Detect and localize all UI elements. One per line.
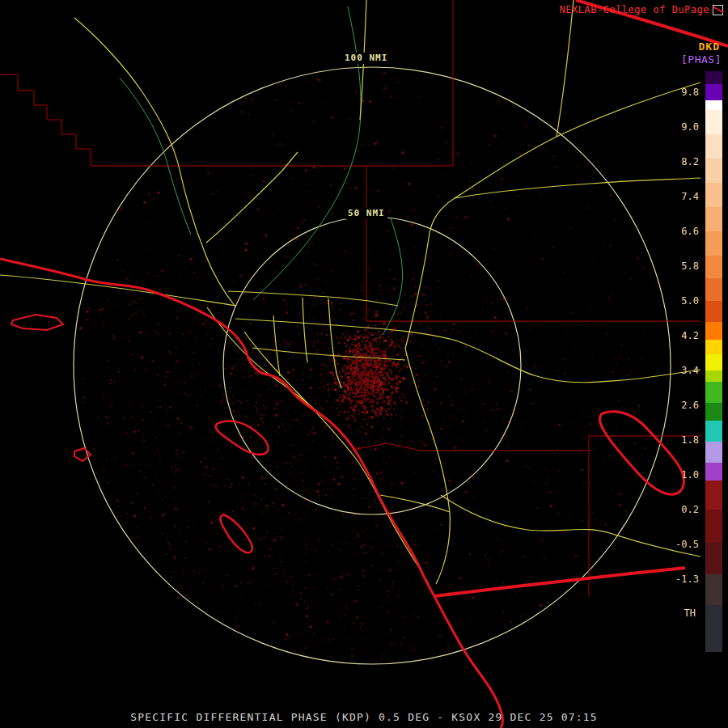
product-phase-label: [PHAS] <box>681 53 722 66</box>
colorbar-segment <box>705 542 722 574</box>
colorbar-segment <box>705 207 722 231</box>
colorbar-tick-label: 5.0 <box>681 295 699 307</box>
colorbar-segment <box>705 403 722 421</box>
road-line <box>441 495 700 557</box>
colorbar-segment <box>705 100 722 110</box>
colorbar-tick-label: -1.3 <box>675 574 699 585</box>
colorbar-tick-label: 6.6 <box>681 226 699 237</box>
mexico-border-line <box>434 568 685 596</box>
radar-echo-layer <box>74 72 658 665</box>
colorbar-segment <box>705 382 722 403</box>
salton-sea-outline <box>599 412 684 494</box>
colorbar-segment <box>705 354 722 370</box>
road-line <box>235 319 700 383</box>
colorbar-segment <box>705 322 722 340</box>
colorbar-segment <box>705 71 722 84</box>
colorbar-tick-label: -0.5 <box>675 539 699 550</box>
island-san-clemente <box>220 514 252 552</box>
colorbar-segment <box>705 278 722 301</box>
colorbar-segment <box>705 256 722 278</box>
road-line <box>228 291 398 306</box>
colorbar <box>705 71 722 652</box>
colorbar-tick-label: 3.4 <box>681 365 699 376</box>
colorbar-tick-label: 9.0 <box>681 121 699 133</box>
county-line <box>353 443 421 451</box>
attribution-text: NEXLAB-College of DuPage <box>560 4 709 15</box>
colorbar-tick-label: 0.2 <box>681 504 699 515</box>
river-line <box>253 6 361 300</box>
road-line <box>74 18 235 307</box>
colorbar-segment <box>705 84 722 100</box>
road-line <box>405 349 450 584</box>
attribution-row: NEXLAB-College of DuPage <box>560 4 723 15</box>
road-line <box>557 0 574 137</box>
road-line <box>273 315 280 376</box>
colorbar-segment <box>705 463 722 480</box>
cod-logo-icon <box>713 5 723 15</box>
colorbar-segment <box>705 183 722 207</box>
colorbar-segment <box>705 442 722 463</box>
colorbar-tick-label: 5.8 <box>681 260 699 272</box>
colorbar-tick-label: 8.2 <box>681 156 699 167</box>
colorbar-tick-label: 4.2 <box>681 330 699 341</box>
colorbar-tick-label: 1.8 <box>681 434 699 446</box>
product-caption: SPECIFIC DIFFERENTIAL PHASE (KDP) 0.5 DE… <box>0 711 728 723</box>
colorbar-segment <box>705 510 722 542</box>
colorbar-segment <box>705 574 722 605</box>
road-line <box>405 83 700 349</box>
roads-layer <box>0 0 700 584</box>
colorbar-threshold-label: TH <box>684 607 696 619</box>
colorbar-segment <box>705 110 722 134</box>
colorbar-segment <box>705 159 722 183</box>
colorbar-tick-label: 2.6 <box>681 400 699 411</box>
county-lines-layer <box>0 0 700 596</box>
road-line <box>455 178 700 198</box>
colorbar-segment <box>705 605 722 652</box>
road-line <box>0 275 236 306</box>
radar-map <box>0 0 728 728</box>
colorbar-segment <box>705 480 722 510</box>
colorbar-segment <box>705 340 722 354</box>
product-code-label: DKD <box>699 40 720 53</box>
range-ring-label-50: 50 NMI <box>345 208 387 219</box>
colorbar-segment <box>705 421 722 442</box>
colorbar-tick-label: 1.0 <box>681 469 699 480</box>
colorbar-tick-label: 7.4 <box>681 191 699 202</box>
range-ring-label-100: 100 NMI <box>342 53 390 64</box>
colorbar-tick-label: 9.8 <box>681 87 699 98</box>
colorbar-segment <box>705 301 722 322</box>
river-line <box>120 78 191 235</box>
county-line <box>0 74 91 166</box>
road-line <box>303 298 307 362</box>
colorbar-segment <box>705 370 722 382</box>
colorbar-segment <box>705 134 722 159</box>
colorbar-segment <box>705 231 722 256</box>
island-anacapa <box>11 315 63 330</box>
